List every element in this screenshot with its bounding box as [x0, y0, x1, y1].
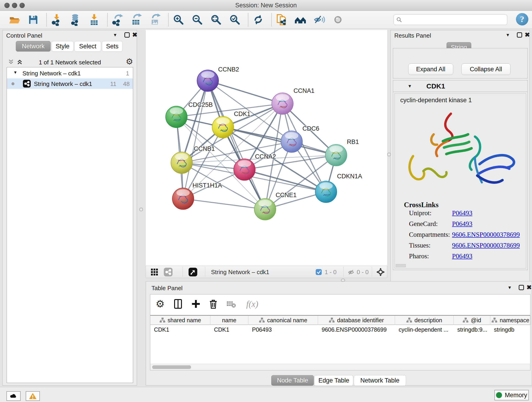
- zoom-selected-icon[interactable]: [229, 13, 241, 26]
- clone-network-icon[interactable]: [275, 13, 288, 26]
- node-CDC6[interactable]: [281, 131, 302, 153]
- search-input[interactable]: [404, 15, 505, 25]
- help-icon[interactable]: ?: [516, 13, 528, 26]
- bottom-splitter-handle[interactable]: [341, 279, 345, 282]
- open-session-icon[interactable]: [8, 13, 21, 26]
- table-horizontal-scrollbar[interactable]: [150, 364, 530, 370]
- tab-style[interactable]: Style: [51, 41, 74, 51]
- crosslink-link[interactable]: P06493: [452, 220, 472, 228]
- cell-name[interactable]: CDK1: [210, 325, 248, 334]
- edge-CCNA2-CDKN1A[interactable]: [244, 170, 326, 192]
- panel-menu-caret-icon[interactable]: ▼: [113, 32, 117, 38]
- panel-float-icon[interactable]: [519, 285, 524, 290]
- tab-node-table[interactable]: Node Table: [271, 375, 314, 386]
- search-field[interactable]: [394, 14, 507, 25]
- node-CCNA1[interactable]: [272, 93, 293, 114]
- birds-eye-view-icon[interactable]: [189, 268, 197, 276]
- node-CDKN1A[interactable]: [315, 181, 337, 203]
- export-network-icon[interactable]: [111, 13, 124, 26]
- refresh-icon[interactable]: [252, 13, 264, 26]
- node-CDK1[interactable]: [212, 116, 234, 138]
- column-header-id[interactable]: @id: [454, 316, 490, 325]
- node-HIST1H1A[interactable]: [172, 188, 194, 210]
- cell-id[interactable]: stringdb:9...: [454, 325, 490, 334]
- node-CDC25B[interactable]: [166, 106, 187, 128]
- table-row[interactable]: CDK1CDK1P064939606.ENSP00000378699cyclin…: [150, 325, 530, 334]
- right-splitter-handle[interactable]: [387, 153, 391, 156]
- memory-button[interactable]: Memory: [494, 390, 529, 400]
- cloud-button[interactable]: [6, 391, 21, 401]
- collapse-all-button[interactable]: Collapse All: [462, 64, 510, 75]
- crosslink-link[interactable]: 9606.ENSP00000378699: [452, 231, 520, 238]
- show-all-icon[interactable]: [332, 13, 344, 26]
- collection-caret-icon[interactable]: ▼: [13, 70, 17, 75]
- zoom-fit-icon[interactable]: [210, 13, 222, 26]
- left-splitter-handle[interactable]: [139, 208, 143, 211]
- column-header-sharedname[interactable]: shared name: [150, 316, 210, 325]
- column-header-name[interactable]: name: [210, 316, 248, 325]
- panel-close-icon[interactable]: ✖: [525, 32, 530, 38]
- scrollbar-thumb[interactable]: [152, 365, 191, 369]
- gene-section-header[interactable]: ▼ CDK1: [393, 80, 527, 92]
- cell-namespace[interactable]: stringdb: [490, 325, 530, 334]
- edge-CCNE1-HIST1H1A[interactable]: [183, 199, 265, 209]
- node-CCNE1[interactable]: [254, 198, 276, 220]
- warning-button[interactable]: [26, 391, 40, 401]
- cell-description[interactable]: cyclin-dependent ...: [395, 325, 453, 334]
- panel-close-icon[interactable]: ✖: [526, 284, 532, 291]
- export-table-icon[interactable]: [130, 13, 143, 26]
- hide-selected-icon[interactable]: [313, 13, 325, 26]
- import-table-file-icon[interactable]: [88, 13, 100, 26]
- grid-view-icon[interactable]: [151, 268, 158, 277]
- network-canvas[interactable]: CCNB2CCNA1CDC25BCDK1CDC6RB1CCNB1CCNA2CDK…: [146, 30, 387, 266]
- function-builder-icon[interactable]: f(x): [242, 298, 263, 310]
- cell-databaseidentifier[interactable]: 9606.ENSP00000378699: [318, 325, 394, 334]
- cell-sharedname[interactable]: CDK1: [150, 325, 210, 334]
- import-network-database-icon[interactable]: [69, 13, 82, 26]
- node-CCNB2[interactable]: [197, 70, 219, 91]
- tab-network[interactable]: Network: [16, 41, 51, 51]
- crosslink-link[interactable]: P06493: [452, 209, 472, 217]
- tab-select[interactable]: Select: [75, 41, 101, 51]
- first-neighbors-icon[interactable]: [294, 13, 307, 26]
- network-row[interactable]: String Network – cdk1 11 48: [7, 78, 133, 89]
- crosslink-link[interactable]: P06493: [452, 252, 472, 260]
- panel-menu-caret-icon[interactable]: ▼: [507, 285, 512, 290]
- edge-CCNB2-HIST1H1A[interactable]: [183, 81, 208, 199]
- import-network-file-icon[interactable]: [51, 13, 63, 26]
- selected-checkbox-icon[interactable]: [316, 269, 322, 276]
- show-columns-icon[interactable]: [172, 298, 184, 310]
- network-collection-row[interactable]: ▼ String Network – cdk1 1: [7, 68, 133, 78]
- zoom-in-icon[interactable]: [172, 13, 185, 26]
- save-session-icon[interactable]: [27, 13, 39, 26]
- panel-menu-caret-icon[interactable]: ▼: [506, 32, 510, 38]
- tab-edge-table[interactable]: Edge Table: [314, 375, 353, 386]
- hidden-eye-icon[interactable]: [348, 269, 355, 277]
- node-CCNA2[interactable]: [234, 159, 255, 180]
- panel-float-icon[interactable]: [517, 32, 522, 38]
- gene-collapse-caret-icon[interactable]: ▼: [408, 84, 412, 89]
- add-column-icon[interactable]: [190, 298, 202, 310]
- delete-table-icon[interactable]: [225, 298, 237, 310]
- delete-column-icon[interactable]: [207, 298, 220, 310]
- tab-network-table[interactable]: Network Table: [354, 375, 406, 386]
- crosslink-link[interactable]: 9606.ENSP00000378699: [452, 242, 520, 249]
- navigate-crosshair-icon[interactable]: [376, 268, 385, 278]
- column-header-canonicalname[interactable]: canonical name: [248, 316, 318, 325]
- cell-canonicalname[interactable]: P06493: [248, 325, 317, 334]
- table-options-gear-icon[interactable]: ⚙: [154, 298, 166, 310]
- edge-CCNB2-CCNA1[interactable]: [208, 81, 283, 104]
- expand-all-button[interactable]: Expand All: [408, 64, 453, 75]
- node-CCNB1[interactable]: [171, 152, 192, 173]
- panel-close-icon[interactable]: ✖: [132, 32, 138, 38]
- results-scrollbar-thumb[interactable]: [396, 264, 406, 267]
- export-image-icon[interactable]: [149, 13, 161, 26]
- panel-float-icon[interactable]: [124, 32, 130, 38]
- column-header-namespace[interactable]: namespace: [490, 316, 531, 325]
- tab-sets[interactable]: Sets: [102, 41, 123, 51]
- edge-CCNB2-CCNE1[interactable]: [208, 81, 265, 209]
- column-header-databaseidentifier[interactable]: database identifier: [318, 316, 395, 325]
- zoom-out-icon[interactable]: [191, 13, 203, 26]
- network-view-share-icon[interactable]: [164, 268, 172, 276]
- column-header-description[interactable]: description: [395, 316, 454, 325]
